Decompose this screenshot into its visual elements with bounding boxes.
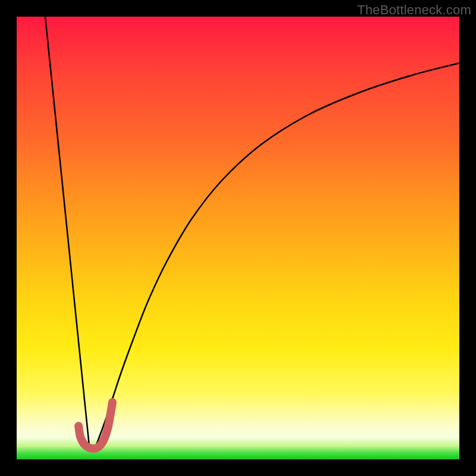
plot-area (17, 17, 459, 459)
curve-hook (79, 402, 112, 449)
chart-svg (17, 17, 459, 459)
curve-right-arm (96, 63, 459, 446)
frame: TheBottleneck.com (0, 0, 476, 476)
watermark-text: TheBottleneck.com (357, 2, 471, 18)
curve-left-arm (45, 17, 89, 446)
